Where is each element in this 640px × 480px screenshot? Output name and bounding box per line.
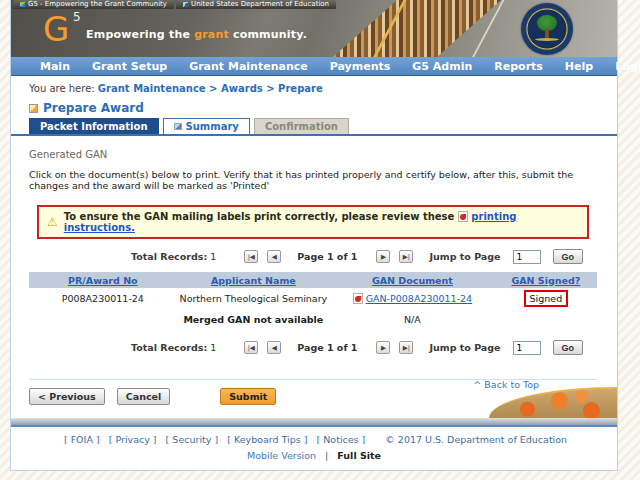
jump-to-page-input[interactable] bbox=[513, 250, 541, 264]
browser-tab-ed[interactable]: United States Department of Education bbox=[176, 0, 336, 9]
cell-applicant: Northern Theological Seminary bbox=[177, 293, 330, 304]
page-title: Prepare Award bbox=[43, 101, 144, 115]
print-instructions-text: Click on the document(s) below to print.… bbox=[29, 169, 597, 191]
tagline-suffix: community. bbox=[229, 28, 307, 41]
first-page-button[interactable]: |◀ bbox=[244, 250, 258, 263]
footer-link-security[interactable]: Security bbox=[172, 434, 211, 445]
g5-logo-g: G bbox=[43, 9, 67, 49]
ed-favicon-icon bbox=[183, 2, 188, 7]
tab-summary[interactable]: Summary bbox=[163, 118, 250, 134]
pdf-icon bbox=[353, 293, 363, 304]
breadcrumb: You are here: Grant Maintenance > Awards… bbox=[11, 76, 617, 99]
breadcrumb-prefix: You are here: bbox=[29, 83, 95, 94]
bracket: [ bbox=[227, 434, 231, 445]
table-row: P008A230011-24 Northern Theological Semi… bbox=[29, 288, 597, 309]
last-page-button[interactable]: ▶| bbox=[399, 250, 413, 263]
total-records-label: Total Records: bbox=[131, 251, 207, 262]
mobile-version-link[interactable]: Mobile Version bbox=[247, 450, 316, 461]
bracket: ] bbox=[362, 434, 366, 445]
pagination-bottom: Total Records: 1 |◀ ◀ Page 1 of 1 ▶ ▶| J… bbox=[29, 340, 597, 355]
dept-of-education-seal-icon bbox=[521, 3, 573, 55]
total-records-value: 1 bbox=[210, 342, 216, 353]
g5-logo: G 5 bbox=[43, 12, 67, 46]
browser-tab-g5[interactable]: G5 - Empowering the Grant Community bbox=[13, 0, 174, 9]
cancel-button[interactable]: Cancel bbox=[117, 388, 170, 405]
breadcrumb-path[interactable]: Grant Maintenance > Awards > Prepare bbox=[98, 83, 323, 94]
page-title-row: Prepare Award bbox=[11, 99, 617, 118]
main-content: Generated GAN Click on the document(s) b… bbox=[11, 149, 617, 405]
warning-banner: ⚠ To ensure the GAN mailing labels print… bbox=[37, 205, 589, 239]
copyright-text: © 2017 U.S. Department of Education bbox=[385, 434, 567, 445]
cell-gan-document: GAN-P008A230011-24 bbox=[330, 293, 495, 304]
jump-to-page-input[interactable] bbox=[513, 341, 541, 355]
bracket: ] bbox=[153, 434, 157, 445]
header-gan-document[interactable]: GAN Document bbox=[372, 275, 453, 286]
nav-item-payments[interactable]: Payments bbox=[319, 60, 402, 73]
tagline-prefix: Empowering the bbox=[86, 28, 194, 41]
nav-item-reports[interactable]: Reports bbox=[483, 60, 554, 73]
nav-item-logout[interactable]: Logout bbox=[604, 60, 640, 73]
total-records-label: Total Records: bbox=[131, 342, 207, 353]
summary-tab-icon bbox=[174, 123, 182, 130]
page-title-icon bbox=[29, 104, 38, 113]
prev-page-button[interactable]: ◀ bbox=[267, 250, 281, 263]
bracket: [ bbox=[64, 434, 68, 445]
page-indicator: Page 1 of 1 bbox=[297, 251, 357, 262]
gan-table: PR/Award No Applicant Name GAN Document … bbox=[29, 272, 597, 330]
full-site-label: Full Site bbox=[337, 450, 381, 461]
table-row: Merged GAN not available N/A bbox=[29, 309, 597, 330]
gan-document-link[interactable]: GAN-P008A230011-24 bbox=[366, 293, 473, 304]
back-to-top-link[interactable]: ^ Back to Top bbox=[473, 379, 539, 390]
browser-tab-g5-label: G5 - Empowering the Grant Community bbox=[28, 0, 167, 9]
nav-item-g5-admin[interactable]: G5 Admin bbox=[401, 60, 483, 73]
bracket: [ bbox=[166, 434, 170, 445]
cell-gan-document: N/A bbox=[330, 314, 495, 325]
nav-item-help[interactable]: Help bbox=[554, 60, 604, 73]
next-page-button[interactable]: ▶ bbox=[376, 341, 390, 354]
next-page-button[interactable]: ▶ bbox=[376, 250, 390, 263]
cell-merged-gan: Merged GAN not available bbox=[177, 314, 330, 325]
main-nav: Main Grant Setup Grant Maintenance Payme… bbox=[11, 57, 617, 76]
footer-link-keyboard-tips[interactable]: Keyboard Tips bbox=[234, 434, 301, 445]
bracket: ] bbox=[304, 434, 308, 445]
pdf-icon bbox=[458, 211, 468, 222]
warning-icon: ⚠ bbox=[47, 216, 58, 228]
browser-tab-ed-label: United States Department of Education bbox=[191, 0, 329, 9]
nav-item-main[interactable]: Main bbox=[29, 60, 81, 73]
footer-link-privacy[interactable]: Privacy bbox=[115, 434, 149, 445]
browser-tabs: G5 - Empowering the Grant Community Unit… bbox=[13, 0, 338, 9]
seal-ground bbox=[535, 38, 559, 41]
prev-page-button[interactable]: ◀ bbox=[267, 341, 281, 354]
jump-to-page-label: Jump to Page bbox=[429, 251, 500, 262]
warning-text-body: To ensure the GAN mailing labels print c… bbox=[64, 211, 455, 222]
submit-button[interactable]: Submit bbox=[220, 388, 276, 405]
jump-to-page-label: Jump to Page bbox=[429, 342, 500, 353]
table-header-row: PR/Award No Applicant Name GAN Document … bbox=[29, 272, 597, 288]
footer-link-notices[interactable]: Notices bbox=[323, 434, 358, 445]
first-page-button[interactable]: |◀ bbox=[244, 341, 258, 354]
page-background: G5 - Empowering the Grant Community Unit… bbox=[0, 0, 640, 480]
footer-link-foia[interactable]: FOIA bbox=[71, 434, 93, 445]
nav-item-grant-setup[interactable]: Grant Setup bbox=[81, 60, 178, 73]
nav-item-grant-maintenance[interactable]: Grant Maintenance bbox=[178, 60, 319, 73]
g5-logo-5: 5 bbox=[73, 10, 81, 24]
tagline-accent: grant bbox=[194, 28, 229, 41]
last-page-button[interactable]: ▶| bbox=[399, 341, 413, 354]
header-applicant-name[interactable]: Applicant Name bbox=[211, 275, 296, 286]
go-button[interactable]: Go bbox=[553, 340, 584, 355]
header-pr-award-no[interactable]: PR/Award No bbox=[68, 275, 138, 286]
footer-links-row: [ FOIA ] [ Privacy ] [ Security ] [ Keyb… bbox=[11, 434, 617, 445]
tab-bar: Packet Information Summary Confirmation bbox=[11, 118, 617, 136]
banner: G5 - Empowering the Grant Community Unit… bbox=[11, 0, 617, 57]
header-gan-signed[interactable]: GAN Signed? bbox=[511, 275, 580, 286]
app-window: G5 - Empowering the Grant Community Unit… bbox=[10, 0, 618, 471]
tab-packet-information-label: Packet Information bbox=[40, 121, 148, 132]
previous-button[interactable]: < Previous bbox=[29, 388, 105, 405]
warning-text: To ensure the GAN mailing labels print c… bbox=[64, 211, 579, 233]
tab-confirmation-label: Confirmation bbox=[265, 121, 338, 132]
g5-favicon-icon bbox=[20, 2, 25, 7]
tab-packet-information[interactable]: Packet Information bbox=[29, 118, 159, 134]
pagination-top: Total Records: 1 |◀ ◀ Page 1 of 1 ▶ ▶| J… bbox=[29, 249, 597, 264]
go-button[interactable]: Go bbox=[553, 249, 584, 264]
cell-award-no: P008A230011-24 bbox=[29, 293, 177, 304]
